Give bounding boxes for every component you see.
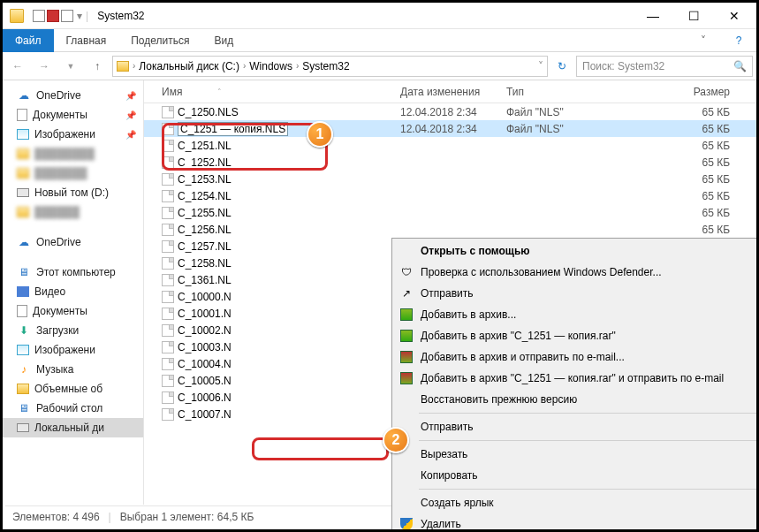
file-row[interactable]: C_1256.NL65 КБ: [144, 221, 756, 238]
menu-share[interactable]: ↗Отправить: [394, 283, 759, 304]
video-icon: [17, 286, 29, 297]
col-type[interactable]: Тип: [506, 86, 603, 98]
quick-access-toolbar: [33, 10, 73, 22]
file-icon: [162, 341, 174, 353]
menu-defender[interactable]: 🛡Проверка с использованием Windows Defen…: [394, 262, 759, 283]
file-name: C_1251 — копия.NLS: [178, 122, 288, 136]
context-menu: Открыть с помощью 🛡Проверка с использова…: [391, 238, 759, 532]
file-name: C_1256.NL: [178, 224, 231, 236]
close-button[interactable]: ✕: [714, 3, 755, 29]
nav-3d[interactable]: Объемные об: [3, 379, 143, 399]
pin-icon: 📌: [125, 130, 136, 140]
menu-archive[interactable]: Добавить в архив...: [394, 304, 759, 325]
nav-folder[interactable]: ████████: [3, 144, 143, 163]
menu-restore[interactable]: Восстановить прежнюю версию: [394, 389, 759, 410]
file-size: 65 КБ: [603, 123, 756, 135]
image-icon: [17, 129, 29, 140]
file-icon: [162, 156, 174, 169]
tab-file[interactable]: Файл: [3, 29, 54, 52]
col-date[interactable]: Дата изменения: [400, 86, 506, 98]
file-size: 65 КБ: [603, 224, 756, 236]
folder-icon: [17, 168, 29, 179]
menu-delete[interactable]: Удалить: [394, 513, 759, 532]
file-icon: [162, 123, 174, 135]
nav-images[interactable]: Изображени📌: [3, 125, 143, 144]
file-size: 65 КБ: [603, 106, 756, 118]
file-icon: [162, 257, 174, 270]
pc-icon: 🖥: [17, 265, 31, 279]
cloud-icon: ☁: [17, 88, 31, 103]
file-row[interactable]: C_1252.NL65 КБ: [144, 154, 756, 171]
navigation-pane: ☁OneDrive📌 Документы📌 Изображени📌 ██████…: [3, 80, 144, 505]
ribbon-expand[interactable]: ˅: [686, 34, 721, 47]
nav-onedrive[interactable]: ☁OneDrive📌: [3, 86, 143, 105]
file-type: Файл "NLS": [506, 123, 603, 135]
shield-icon: [399, 517, 414, 531]
callout-2: 2: [383, 427, 409, 453]
menu-cut[interactable]: Вырезать: [394, 444, 759, 465]
breadcrumb[interactable]: System32: [302, 60, 349, 72]
folder-icon: [17, 148, 29, 159]
menu-open-with[interactable]: Открыть с помощью: [394, 240, 759, 262]
nav-this-pc[interactable]: 🖥Этот компьютер: [3, 262, 143, 282]
back-button[interactable]: ←: [6, 56, 29, 77]
nav-documents[interactable]: Документы📌: [3, 105, 143, 125]
nav-onedrive-root[interactable]: ☁OneDrive: [3, 232, 143, 252]
ribbon: Файл Главная Поделиться Вид ˅ ?: [3, 29, 756, 52]
nav-music[interactable]: ♪Музыка: [3, 360, 143, 379]
file-row[interactable]: C_1254.NL65 КБ: [144, 187, 756, 204]
help-button[interactable]: ?: [721, 34, 756, 47]
nav-videos[interactable]: Видео: [3, 282, 143, 301]
file-row[interactable]: C_1255.NL65 КБ: [144, 204, 756, 221]
refresh-button[interactable]: ↻: [551, 60, 573, 72]
file-size: 65 КБ: [603, 156, 756, 169]
search-placeholder: Поиск: System32: [582, 60, 664, 72]
menu-archive-named[interactable]: Добавить в архив "C_1251 — копия.rar": [394, 325, 759, 346]
menu-copy[interactable]: Копировать: [394, 465, 759, 486]
file-size: 65 КБ: [603, 190, 756, 202]
file-row[interactable]: C_1251 — копия.NLS12.04.2018 2:34Файл "N…: [144, 120, 756, 137]
nav-images[interactable]: Изображени: [3, 340, 143, 360]
qat-button[interactable]: [61, 10, 73, 22]
file-icon: [162, 324, 174, 337]
file-icon: [162, 408, 174, 421]
nav-desktop[interactable]: 🖥Рабочий стол: [3, 399, 143, 418]
status-selection-label: Выбран 1 элемент:: [120, 511, 215, 523]
nav-documents[interactable]: Документы: [3, 301, 143, 321]
file-row[interactable]: C_1251.NL65 КБ: [144, 137, 756, 154]
minimize-button[interactable]: —: [633, 3, 673, 29]
pin-icon: 📌: [125, 110, 136, 120]
menu-archive-email[interactable]: Добавить в архив и отправить по e-mail..…: [394, 346, 759, 368]
col-name[interactable]: Имя˄: [162, 86, 400, 98]
tab-share[interactable]: Поделиться: [118, 29, 201, 52]
file-row[interactable]: C_1253.NL65 КБ: [144, 171, 756, 187]
forward-button[interactable]: →: [33, 56, 56, 77]
nav-downloads[interactable]: ⬇Загрузки: [3, 321, 143, 340]
download-icon: ⬇: [17, 323, 31, 338]
tab-view[interactable]: Вид: [201, 29, 246, 52]
menu-send-to[interactable]: Отправить▶: [394, 416, 759, 437]
file-icon: [162, 391, 174, 404]
up-button[interactable]: ↑: [86, 56, 109, 77]
nav-folder[interactable]: ███████: [3, 163, 143, 183]
menu-archive-named-email[interactable]: Добавить в архив "C_1251 — копия.rar" и …: [394, 368, 759, 389]
column-headers: Имя˄ Дата изменения Тип Размер: [144, 80, 756, 103]
nav-folder[interactable]: ██████: [3, 202, 143, 222]
tab-home[interactable]: Главная: [54, 29, 119, 52]
breadcrumb[interactable]: Windows: [249, 60, 292, 72]
file-row[interactable]: C_1250.NLS12.04.2018 2:34Файл "NLS"65 КБ: [144, 103, 756, 120]
recent-button[interactable]: ▼: [59, 56, 82, 77]
breadcrumb[interactable]: Локальный диск (C:): [139, 60, 239, 72]
col-size[interactable]: Размер: [603, 86, 756, 98]
qat-button[interactable]: [47, 10, 59, 22]
address-bar[interactable]: › Локальный диск (C:) › Windows › System…: [112, 56, 548, 77]
file-date: 12.04.2018 2:34: [400, 123, 506, 135]
search-input[interactable]: Поиск: System32 🔍: [576, 56, 753, 77]
nav-local-disk[interactable]: Локальный ди: [3, 418, 143, 437]
nav-drive-d[interactable]: Новый том (D:): [3, 183, 143, 202]
menu-create-shortcut[interactable]: Создать ярлык: [394, 492, 759, 513]
qat-button[interactable]: [33, 10, 45, 22]
file-name: C_1253.NL: [178, 173, 231, 186]
maximize-button[interactable]: ☐: [673, 3, 714, 29]
file-date: 12.04.2018 2:34: [400, 106, 506, 118]
